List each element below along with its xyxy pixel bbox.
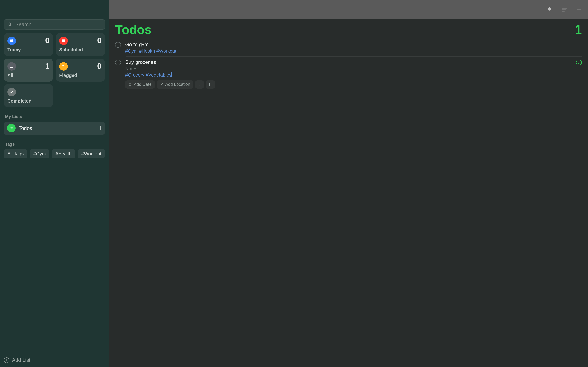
- reminder-item[interactable]: Go to gym #Gym #Health #Workout: [115, 39, 582, 57]
- section-my-lists: My Lists: [4, 114, 105, 119]
- flag-icon: [59, 62, 68, 71]
- svg-rect-19: [129, 83, 131, 86]
- smart-all[interactable]: 1 All: [4, 59, 53, 82]
- smart-scheduled[interactable]: 0 Scheduled: [56, 33, 105, 56]
- reminder-notes-placeholder[interactable]: Notes: [125, 66, 572, 71]
- tags-container: All Tags #Gym #Health #Workout: [4, 149, 105, 158]
- svg-point-11: [10, 129, 10, 129]
- svg-rect-2: [10, 40, 13, 42]
- svg-point-0: [8, 23, 11, 25]
- section-tags: Tags: [4, 142, 105, 147]
- tag-workout[interactable]: #Workout: [78, 149, 105, 158]
- add-location-label: Add Location: [165, 82, 190, 87]
- text-cursor: [171, 72, 172, 77]
- svg-point-9: [10, 128, 10, 128]
- search-input[interactable]: [4, 19, 105, 30]
- reminder-title[interactable]: Buy groceries: [125, 59, 572, 65]
- location-arrow-icon: [160, 83, 163, 86]
- sort-icon[interactable]: [561, 7, 567, 13]
- smart-today[interactable]: 0 Today: [4, 33, 53, 56]
- page-title: Todos: [115, 23, 151, 37]
- share-icon[interactable]: [546, 7, 553, 13]
- smart-scheduled-label: Scheduled: [59, 47, 102, 52]
- svg-rect-6: [62, 40, 65, 40]
- tray-icon: [7, 62, 16, 71]
- add-date-label: Add Date: [134, 82, 152, 87]
- hash-icon: #: [198, 82, 201, 87]
- smart-scheduled-count: 0: [97, 36, 102, 44]
- main-panel: Todos 1 Go to gym #Gym #Health #Workout …: [109, 0, 588, 367]
- content: Todos 1 Go to gym #Gym #Health #Workout …: [109, 19, 588, 367]
- add-list-button[interactable]: + Add List: [4, 357, 30, 363]
- list-bullet-icon: [7, 124, 16, 133]
- calendar-small-icon: [128, 83, 132, 86]
- flag-small-icon: [209, 83, 212, 86]
- tag-all[interactable]: All Tags: [4, 149, 27, 158]
- smart-today-label: Today: [7, 47, 50, 52]
- tag-health[interactable]: #Health: [52, 149, 75, 158]
- checkmark-icon: [7, 88, 16, 96]
- add-location-button[interactable]: Add Location: [157, 80, 193, 89]
- smart-flagged-count: 0: [97, 62, 102, 70]
- sidebar: 0 Today 0 Scheduled 1: [0, 0, 109, 367]
- smart-lists: 0 Today 0 Scheduled 1: [4, 33, 105, 107]
- calendar-day-icon: [7, 36, 16, 45]
- list-name: Todos: [19, 125, 96, 131]
- add-list-label: Add List: [12, 357, 30, 363]
- page-count: 1: [575, 23, 582, 37]
- completion-radio[interactable]: [115, 42, 121, 48]
- completion-radio[interactable]: [115, 60, 121, 66]
- reminder-title[interactable]: Go to gym: [125, 42, 582, 48]
- smart-flagged[interactable]: 0 Flagged: [56, 59, 105, 82]
- flag-button[interactable]: [206, 80, 215, 89]
- svg-rect-3: [11, 39, 11, 40]
- sidebar-list-todos[interactable]: Todos 1: [4, 122, 105, 135]
- calendar-icon: [59, 36, 68, 45]
- smart-all-label: All: [7, 73, 50, 78]
- smart-flagged-label: Flagged: [59, 73, 102, 78]
- tag-gym[interactable]: #Gym: [30, 149, 49, 158]
- smart-all-count: 1: [45, 62, 50, 70]
- svg-line-1: [10, 25, 11, 26]
- add-tag-button[interactable]: #: [195, 80, 204, 89]
- smart-completed[interactable]: Completed: [4, 84, 53, 107]
- smart-today-count: 0: [45, 36, 50, 44]
- plus-circle-icon: +: [4, 358, 9, 363]
- search-icon: [7, 22, 12, 27]
- smart-completed-label: Completed: [7, 98, 50, 104]
- svg-point-7: [10, 127, 10, 127]
- info-icon[interactable]: i: [576, 60, 582, 66]
- reminder-tags[interactable]: #Gym #Health #Workout: [125, 48, 582, 54]
- add-icon[interactable]: [576, 7, 582, 13]
- toolbar: [109, 0, 588, 19]
- reminder-item[interactable]: Buy groceries Notes #Grocery #Vegetables…: [115, 57, 582, 91]
- reminder-tags[interactable]: #Grocery #Vegetables: [125, 72, 572, 78]
- list-count: 1: [99, 125, 102, 131]
- search-wrap: [4, 19, 105, 30]
- add-date-button[interactable]: Add Date: [125, 80, 155, 89]
- reminder-tags-text: #Grocery #Vegetables: [125, 72, 171, 77]
- svg-rect-4: [12, 39, 13, 40]
